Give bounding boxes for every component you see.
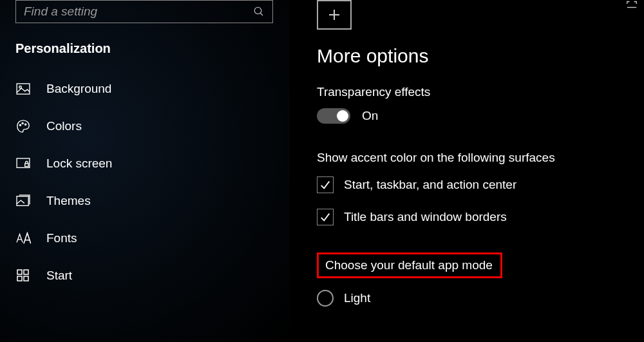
transparency-state: On bbox=[362, 109, 378, 123]
settings-sidebar: Find a setting Personalization Backgroun… bbox=[0, 0, 290, 342]
section-title: Personalization bbox=[0, 23, 290, 70]
add-custom-color-button[interactable] bbox=[317, 0, 352, 30]
transparency-label: Transparency effects bbox=[317, 85, 644, 99]
sidebar-item-label: Themes bbox=[46, 194, 91, 208]
svg-rect-13 bbox=[24, 276, 28, 281]
sidebar-item-fonts[interactable]: Fonts bbox=[0, 220, 290, 257]
start-icon bbox=[15, 269, 31, 283]
svg-point-5 bbox=[22, 122, 23, 124]
sidebar-item-label: Lock screen bbox=[46, 157, 112, 171]
sidebar-item-label: Fonts bbox=[46, 231, 77, 245]
fonts-icon bbox=[15, 231, 31, 245]
sidebar-item-colors[interactable]: Colors bbox=[0, 108, 290, 145]
accent-surfaces-label: Show accent color on the following surfa… bbox=[317, 151, 644, 165]
sidebar-item-label: Colors bbox=[46, 119, 82, 133]
more-options-heading: More options bbox=[317, 45, 644, 67]
app-mode-light-radio[interactable] bbox=[317, 290, 334, 307]
image-icon bbox=[15, 82, 31, 96]
sidebar-item-themes[interactable]: Themes bbox=[0, 182, 290, 220]
highlight-annotation: Choose your default app mode bbox=[317, 252, 502, 278]
svg-point-0 bbox=[254, 7, 261, 14]
palette-icon bbox=[15, 119, 31, 133]
accent-titlebars-label: Title bars and window borders bbox=[344, 210, 507, 224]
app-mode-label: Choose your default app mode bbox=[325, 258, 493, 272]
svg-rect-12 bbox=[17, 276, 22, 281]
toggle-knob bbox=[337, 110, 348, 122]
svg-rect-2 bbox=[17, 84, 30, 94]
sidebar-item-start[interactable]: Start bbox=[0, 257, 290, 294]
search-placeholder: Find a setting bbox=[24, 5, 97, 19]
sidebar-item-label: Background bbox=[46, 82, 111, 96]
svg-point-6 bbox=[25, 124, 26, 125]
main-content: More options Transparency effects On Sho… bbox=[290, 0, 644, 342]
search-icon bbox=[253, 6, 265, 17]
sidebar-item-lockscreen[interactable]: Lock screen bbox=[0, 145, 290, 182]
svg-rect-11 bbox=[24, 270, 28, 274]
transparency-toggle[interactable] bbox=[317, 108, 350, 124]
themes-icon bbox=[15, 194, 31, 208]
accent-start-label: Start, taskbar, and action center bbox=[344, 178, 516, 192]
lock-screen-icon bbox=[15, 157, 31, 171]
search-input[interactable]: Find a setting bbox=[15, 0, 273, 23]
svg-rect-9 bbox=[17, 196, 28, 206]
sidebar-item-background[interactable]: Background bbox=[0, 70, 290, 108]
svg-rect-8 bbox=[25, 164, 28, 167]
expand-icon[interactable] bbox=[626, 0, 638, 9]
svg-point-3 bbox=[19, 86, 22, 89]
svg-line-1 bbox=[260, 13, 263, 15]
svg-point-4 bbox=[19, 124, 21, 126]
accent-titlebars-checkbox[interactable] bbox=[317, 209, 334, 225]
svg-rect-10 bbox=[17, 270, 22, 274]
app-mode-light-label: Light bbox=[344, 291, 370, 305]
sidebar-item-label: Start bbox=[46, 269, 72, 283]
accent-start-checkbox[interactable] bbox=[317, 176, 334, 193]
